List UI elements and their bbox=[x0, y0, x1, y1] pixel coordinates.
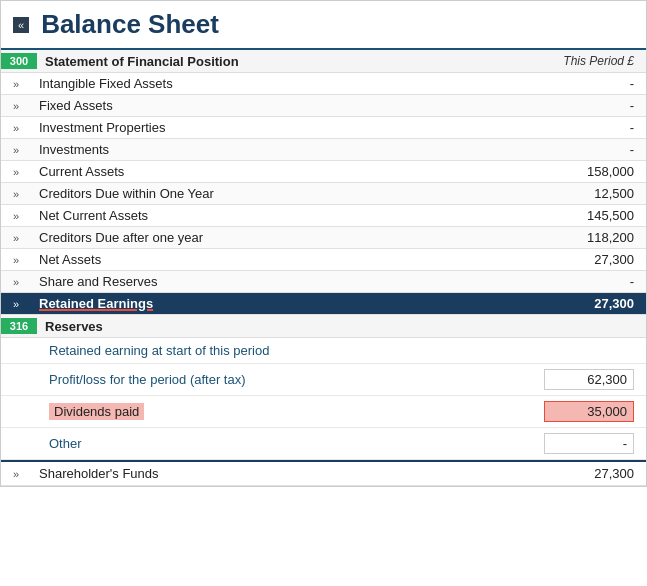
retained-earnings-label: Retained Earnings bbox=[37, 296, 566, 311]
main-row-2[interactable]: » Investment Properties - bbox=[1, 117, 646, 139]
detail-row-2: Dividends paid35,000 bbox=[1, 396, 646, 428]
row-label-4: Current Assets bbox=[37, 164, 566, 179]
retained-earnings-arrow: » bbox=[1, 298, 37, 310]
row-arrow-7: » bbox=[1, 232, 37, 244]
row-value-1: - bbox=[566, 98, 646, 113]
shareholders-value: 27,300 bbox=[566, 466, 646, 481]
row-label-7: Creditors Due after one year bbox=[37, 230, 566, 245]
row-label-1: Fixed Assets bbox=[37, 98, 566, 113]
detail-label-0: Retained earning at start of this period bbox=[1, 343, 544, 358]
main-row-3[interactable]: » Investments - bbox=[1, 139, 646, 161]
main-row-5[interactable]: » Creditors Due within One Year 12,500 bbox=[1, 183, 646, 205]
detail-label-1: Profit/loss for the period (after tax) bbox=[1, 372, 544, 387]
row-arrow-4: » bbox=[1, 166, 37, 178]
row-arrow-6: » bbox=[1, 210, 37, 222]
page-title: Balance Sheet bbox=[41, 9, 219, 40]
row-label-8: Net Assets bbox=[37, 252, 566, 267]
main-row-0[interactable]: » Intangible Fixed Assets - bbox=[1, 73, 646, 95]
row-label-0: Intangible Fixed Assets bbox=[37, 76, 566, 91]
row-value-8: 27,300 bbox=[566, 252, 646, 267]
detail-value-3[interactable]: - bbox=[544, 433, 634, 454]
detail-label-pink-2: Dividends paid bbox=[49, 403, 144, 420]
rows-container: » Intangible Fixed Assets - » Fixed Asse… bbox=[1, 73, 646, 293]
detail-row-3: Other- bbox=[1, 428, 646, 460]
row-value-2: - bbox=[566, 120, 646, 135]
retained-earnings-value: 27,300 bbox=[566, 296, 646, 311]
section-316-badge: 316 bbox=[1, 318, 37, 334]
row-value-5: 12,500 bbox=[566, 186, 646, 201]
section-300-badge: 300 bbox=[1, 53, 37, 69]
main-row-1[interactable]: » Fixed Assets - bbox=[1, 95, 646, 117]
shareholders-arrow: » bbox=[1, 468, 37, 480]
main-row-4[interactable]: » Current Assets 158,000 bbox=[1, 161, 646, 183]
back-arrow[interactable]: « bbox=[13, 17, 29, 33]
row-arrow-1: » bbox=[1, 100, 37, 112]
shareholders-row[interactable]: » Shareholder's Funds 27,300 bbox=[1, 460, 646, 486]
main-row-8[interactable]: » Net Assets 27,300 bbox=[1, 249, 646, 271]
section-316-label: Reserves bbox=[45, 319, 646, 334]
retained-earnings-text: Retained Earnings bbox=[39, 296, 153, 311]
section-300-header: 300 Statement of Financial Position This… bbox=[1, 50, 646, 73]
retained-earnings-row[interactable]: » Retained Earnings 27,300 bbox=[1, 293, 646, 315]
section-316-header: 316 Reserves bbox=[1, 315, 646, 338]
row-arrow-2: » bbox=[1, 122, 37, 134]
row-value-0: - bbox=[566, 76, 646, 91]
main-row-7[interactable]: » Creditors Due after one year 118,200 bbox=[1, 227, 646, 249]
page-container: « Balance Sheet 300 Statement of Financi… bbox=[0, 0, 647, 487]
detail-label-2: Dividends paid bbox=[1, 404, 544, 419]
main-row-6[interactable]: » Net Current Assets 145,500 bbox=[1, 205, 646, 227]
header: « Balance Sheet bbox=[1, 1, 646, 50]
detail-label-3: Other bbox=[1, 436, 544, 451]
row-label-3: Investments bbox=[37, 142, 566, 157]
row-label-6: Net Current Assets bbox=[37, 208, 566, 223]
row-label-5: Creditors Due within One Year bbox=[37, 186, 566, 201]
row-value-7: 118,200 bbox=[566, 230, 646, 245]
row-value-4: 158,000 bbox=[566, 164, 646, 179]
row-arrow-0: » bbox=[1, 78, 37, 90]
row-label-9: Share and Reserves bbox=[37, 274, 566, 289]
main-row-9[interactable]: » Share and Reserves - bbox=[1, 271, 646, 293]
row-value-3: - bbox=[566, 142, 646, 157]
row-value-9: - bbox=[566, 274, 646, 289]
row-arrow-3: » bbox=[1, 144, 37, 156]
shareholders-label: Shareholder's Funds bbox=[37, 466, 566, 481]
detail-rows-container: Retained earning at start of this period… bbox=[1, 338, 646, 460]
detail-row-0: Retained earning at start of this period bbox=[1, 338, 646, 364]
section-300-label: Statement of Financial Position bbox=[45, 54, 563, 69]
row-arrow-5: » bbox=[1, 188, 37, 200]
period-label: This Period £ bbox=[563, 54, 646, 68]
detail-value-1[interactable]: 62,300 bbox=[544, 369, 634, 390]
detail-value-2[interactable]: 35,000 bbox=[544, 401, 634, 422]
row-arrow-9: » bbox=[1, 276, 37, 288]
detail-row-1: Profit/loss for the period (after tax)62… bbox=[1, 364, 646, 396]
row-label-2: Investment Properties bbox=[37, 120, 566, 135]
row-value-6: 145,500 bbox=[566, 208, 646, 223]
row-arrow-8: » bbox=[1, 254, 37, 266]
